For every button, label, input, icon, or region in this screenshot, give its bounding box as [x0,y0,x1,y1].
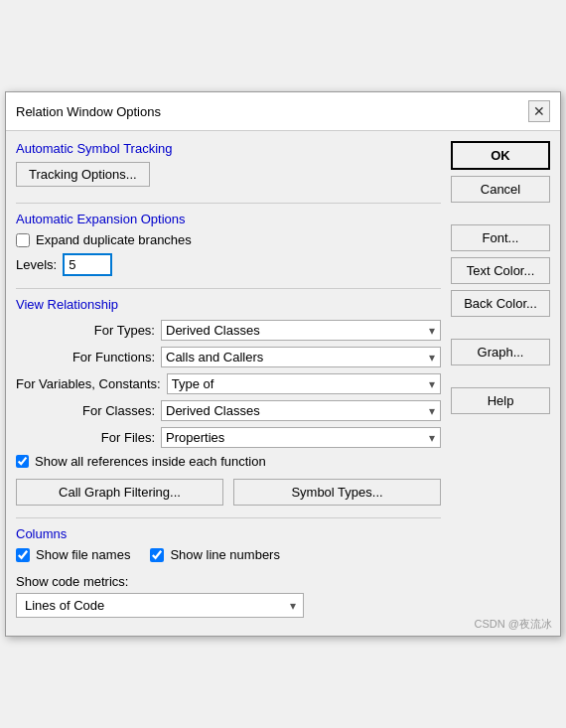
show-file-names-checkbox[interactable] [16,548,30,562]
for-files-row: For Files: Properties Includes [16,427,441,448]
show-code-metrics-label: Show code metrics: [16,574,441,589]
columns-title: Columns [16,526,441,541]
tracking-options-button[interactable]: Tracking Options... [16,162,150,187]
levels-label: Levels: [16,257,57,272]
automatic-symbol-tracking-title: Automatic Symbol Tracking [16,141,441,156]
metrics-select[interactable]: Lines of Code Complexity Functions [16,593,304,618]
for-types-select[interactable]: Derived Classes Base Classes Has Members… [161,320,441,341]
call-graph-filtering-button[interactable]: Call Graph Filtering... [16,479,223,506]
automatic-expansion-title: Automatic Expansion Options [16,212,441,226]
view-relationship-section: View Relationship For Types: Derived Cla… [16,297,441,506]
columns-section: Columns Show file names Show line number… [16,526,441,618]
for-classes-row: For Classes: Derived Classes Base Classe… [16,400,441,421]
for-types-row: For Types: Derived Classes Base Classes … [16,320,441,341]
for-types-label: For Types: [16,323,155,338]
automatic-expansion-section: Automatic Expansion Options Expand dupli… [16,212,441,276]
for-variables-row: For Variables, Constants: Type of Has Me… [16,373,441,394]
back-color-button[interactable]: Back Color... [451,290,550,317]
ok-button[interactable]: OK [451,141,550,170]
for-variables-select-wrapper: Type of Has Members [167,373,441,394]
dialog-title: Relation Window Options [16,104,161,119]
right-panel: OK Cancel Font... Text Color... Back Col… [451,141,550,626]
dialog-body: Automatic Symbol Tracking Tracking Optio… [6,131,560,636]
metrics-select-wrapper: Lines of Code Complexity Functions [16,593,304,618]
font-button[interactable]: Font... [451,224,550,251]
cancel-button[interactable]: Cancel [451,176,550,203]
for-functions-select[interactable]: Calls and Callers Calls Callers [161,347,441,367]
show-file-names-label: Show file names [36,547,130,562]
levels-row: Levels: [16,253,441,276]
show-references-label: Show all references inside each function [35,454,266,469]
graph-button[interactable]: Graph... [451,339,550,365]
close-button[interactable]: ✕ [528,100,550,122]
for-functions-label: For Functions: [16,350,155,364]
expand-duplicate-checkbox[interactable] [16,233,30,247]
for-functions-row: For Functions: Calls and Callers Calls C… [16,347,441,367]
show-line-numbers-checkbox[interactable] [150,548,164,562]
for-classes-label: For Classes: [16,403,155,418]
text-color-button[interactable]: Text Color... [451,257,550,284]
relation-window-options-dialog: Relation Window Options ✕ Automatic Symb… [5,91,561,637]
for-types-select-wrapper: Derived Classes Base Classes Has Members… [161,320,441,341]
levels-input[interactable] [63,253,112,276]
for-functions-select-wrapper: Calls and Callers Calls Callers [161,347,441,367]
show-line-numbers-label: Show line numbers [170,547,280,562]
watermark: CSDN @夜流冰 [475,617,552,632]
for-files-select-wrapper: Properties Includes [161,427,441,448]
for-files-select[interactable]: Properties Includes [161,427,441,448]
for-variables-select[interactable]: Type of Has Members [167,373,441,394]
expand-duplicate-row: Expand duplicate branches [16,232,441,247]
title-bar: Relation Window Options ✕ [6,92,560,131]
show-line-numbers-row: Show line numbers [150,547,280,562]
symbol-types-button[interactable]: Symbol Types... [233,479,441,506]
help-button[interactable]: Help [451,387,550,414]
show-references-row: Show all references inside each function [16,454,441,469]
for-variables-label: For Variables, Constants: [16,376,161,391]
for-classes-select-wrapper: Derived Classes Base Classes [161,400,441,421]
for-classes-select[interactable]: Derived Classes Base Classes [161,400,441,421]
automatic-symbol-tracking-section: Automatic Symbol Tracking Tracking Optio… [16,141,441,191]
for-files-label: For Files: [16,430,155,445]
columns-check-row: Show file names Show line numbers [16,547,441,568]
view-relationship-title: View Relationship [16,297,441,312]
expand-duplicate-label: Expand duplicate branches [36,232,192,247]
show-references-checkbox[interactable] [16,455,29,468]
show-file-names-row: Show file names [16,547,130,562]
left-panel: Automatic Symbol Tracking Tracking Optio… [16,141,441,626]
filter-buttons-row: Call Graph Filtering... Symbol Types... [16,479,441,506]
